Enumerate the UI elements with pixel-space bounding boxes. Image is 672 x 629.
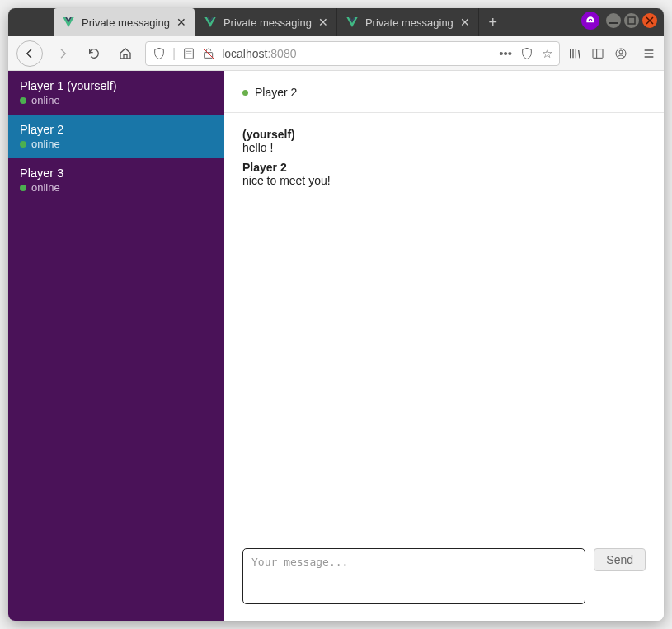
reader-shield-icon[interactable]	[520, 47, 533, 60]
message-input[interactable]	[242, 548, 585, 604]
tab-title: Private messaging	[365, 16, 453, 29]
user-name: Player 2	[20, 123, 213, 136]
user-status: online	[20, 181, 213, 194]
reload-button[interactable]	[82, 42, 106, 65]
close-icon[interactable]: ✕	[176, 16, 186, 29]
message-list: (yourself) hello ! Player 2 nice to meet…	[224, 113, 664, 548]
url-bar: | localhost:8080 ••• ☆	[8, 36, 664, 71]
tab-title: Private messaging	[223, 16, 312, 29]
forward-button[interactable]	[51, 42, 74, 65]
new-tab-button[interactable]: +	[479, 8, 507, 36]
message: Player 2 nice to meet you!	[242, 161, 646, 187]
account-icon[interactable]	[614, 47, 627, 60]
message-text: hello !	[242, 141, 646, 154]
chat-header: Player 2	[224, 71, 664, 113]
vue-icon	[62, 16, 75, 29]
user-name: Player 3	[20, 167, 213, 180]
sidebar-icon[interactable]	[591, 47, 604, 60]
shield-icon	[153, 47, 166, 60]
bookmark-icon[interactable]: ☆	[542, 46, 552, 61]
back-button[interactable]	[16, 40, 43, 67]
user-name: Player 1 (yourself)	[20, 79, 213, 92]
extension-icon[interactable]	[581, 12, 599, 30]
close-icon[interactable]: ✕	[460, 16, 470, 29]
home-button[interactable]	[114, 42, 137, 65]
tab-title: Private messaging	[82, 16, 170, 29]
close-icon[interactable]: ✕	[318, 16, 328, 29]
minimize-button[interactable]	[606, 13, 621, 28]
svg-rect-0	[609, 22, 618, 24]
status-dot-icon	[242, 90, 248, 96]
menu-icon[interactable]	[642, 47, 656, 60]
user-item[interactable]: Player 2 online	[8, 115, 224, 158]
browser-window: Private messaging ✕ Private messaging ✕ …	[8, 8, 664, 621]
window-title-bar	[557, 8, 664, 33]
user-sidebar: Player 1 (yourself) online Player 2 onli…	[8, 71, 224, 621]
status-dot-icon	[20, 185, 26, 191]
svg-point-10	[619, 50, 623, 54]
library-icon[interactable]	[568, 47, 581, 60]
app-content: Player 1 (yourself) online Player 2 onli…	[8, 71, 664, 621]
chat-header-name: Player 2	[255, 86, 297, 99]
browser-tab-3[interactable]: Private messaging ✕	[337, 8, 479, 36]
more-icon[interactable]: •••	[499, 46, 512, 60]
message-sender: (yourself)	[242, 128, 646, 141]
browser-tab-2[interactable]: Private messaging ✕	[195, 8, 337, 36]
user-item[interactable]: Player 1 (yourself) online	[8, 71, 224, 115]
user-item[interactable]: Player 3 online	[8, 158, 224, 202]
user-status: online	[20, 138, 213, 150]
browser-tab-1[interactable]: Private messaging ✕	[54, 8, 195, 36]
vue-icon	[345, 16, 359, 29]
svg-rect-1	[628, 17, 635, 24]
page-info-icon	[182, 47, 195, 60]
composer: Send	[224, 548, 664, 621]
status-dot-icon	[20, 97, 26, 104]
svg-rect-7	[593, 49, 603, 58]
status-dot-icon	[20, 141, 26, 148]
address-bar[interactable]: | localhost:8080 ••• ☆	[145, 41, 560, 66]
lock-icon	[202, 47, 215, 60]
message: (yourself) hello !	[242, 128, 646, 154]
maximize-button[interactable]	[624, 13, 639, 28]
message-sender: Player 2	[242, 161, 646, 174]
message-text: nice to meet you!	[242, 174, 646, 187]
window-close-button[interactable]	[642, 13, 657, 28]
chat-panel: Player 2 (yourself) hello ! Player 2 nic…	[224, 71, 664, 621]
url-text: localhost:8080	[222, 47, 492, 60]
send-button[interactable]: Send	[594, 548, 646, 571]
user-status: online	[20, 94, 213, 106]
vue-icon	[204, 16, 217, 29]
